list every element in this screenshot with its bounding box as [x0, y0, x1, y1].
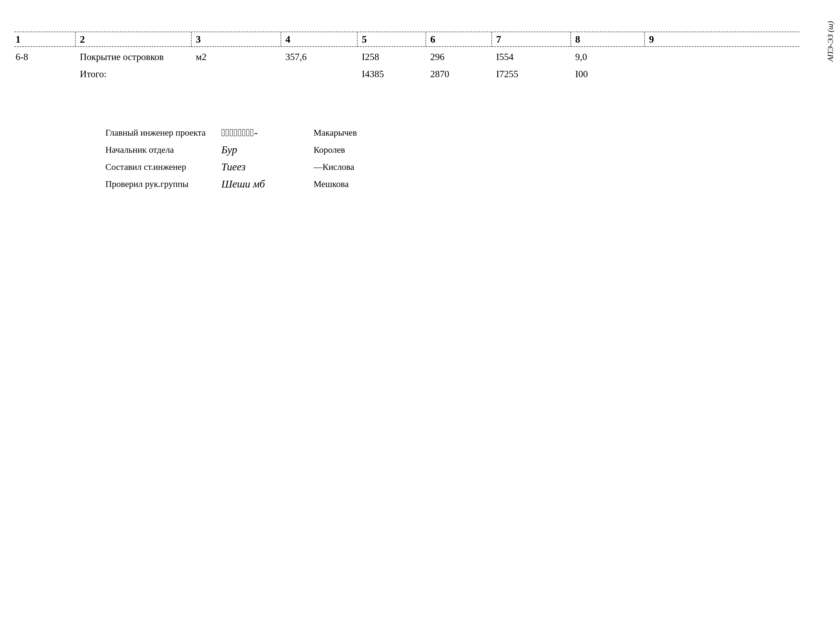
sig1-name: Макарычев [313, 128, 357, 138]
sig3-role: Составил ст.инженер [105, 162, 216, 172]
col-divider-8 [644, 32, 645, 46]
cell-itogo-label: Итого: [80, 69, 107, 79]
cell-68-col1: 6-8 [15, 51, 28, 63]
signatures-section: Главный инженер проекта 𝒮𝒾𝓎𝒻𝒼𝓎𝓁𝓀- Макары… [105, 127, 357, 195]
page: 1 2 3 4 5 6 7 8 9 6-8 Покрытие островков… [0, 0, 840, 622]
col-divider-4 [357, 32, 357, 46]
sig2-role: Начальник отдела [105, 145, 216, 155]
sig4-role: Проверил рук.группы [105, 179, 216, 189]
col2-label: 2 [80, 34, 85, 45]
col8-label: 8 [575, 34, 580, 45]
col-divider-2 [191, 32, 192, 46]
col-divider-6 [492, 32, 492, 46]
cell-68-col4: 357,6 [286, 51, 307, 63]
columns-bar: 1 2 3 4 5 6 7 8 9 [14, 32, 799, 47]
sig2-name: Королев [313, 145, 345, 155]
cell-itogo-col5: I4385 [362, 69, 384, 79]
sig-line-2: Начальник отдела Бур Королев [105, 143, 357, 156]
cell-68-col5-line1: I258 [362, 51, 379, 63]
sig4-name: Мешкова [313, 179, 349, 189]
sig1-script: 𝒮𝒾𝓎𝒻𝒼𝓎𝓁𝓀- [221, 127, 305, 139]
cell-68-col7-line1: I554 [496, 51, 513, 63]
col7-label: 7 [496, 34, 501, 45]
col1-label: 1 [15, 34, 21, 45]
sig4-script: Шеши мб [221, 178, 305, 190]
col-divider-7 [570, 32, 571, 46]
cell-68-col8-line1: 9,0 [575, 51, 587, 63]
col-divider-3 [281, 32, 281, 46]
vertical-label: АПЭ-ЭЗ (ш) [826, 21, 835, 62]
col-divider-5 [426, 32, 426, 46]
cell-68-col2: Покрытие островков [80, 51, 163, 63]
sig3-script: Тиеез [221, 161, 305, 173]
sig-line-1: Главный инженер проекта 𝒮𝒾𝓎𝒻𝒼𝓎𝓁𝓀- Макары… [105, 127, 357, 139]
cell-itogo-col6: 2870 [430, 69, 449, 79]
cell-68-col6-line1: 296 [430, 51, 444, 63]
col4-label: 4 [286, 34, 290, 45]
col-divider-1 [75, 32, 76, 46]
sig3-name: —Кислова [313, 162, 354, 172]
col5-label: 5 [362, 34, 367, 45]
sig1-role: Главный инженер проекта [105, 128, 216, 138]
col6-label: 6 [430, 34, 435, 45]
sig-line-3: Составил ст.инженер Тиеез —Кислова [105, 161, 357, 173]
col9-label: 9 [649, 34, 654, 45]
sig2-script: Бур [221, 143, 305, 156]
sig-line-4: Проверил рук.группы Шеши мб Мешкова [105, 178, 357, 190]
cell-68-col3: м2 [196, 51, 206, 63]
cell-itogo-col7: I7255 [496, 69, 518, 79]
cell-itogo-col8: I00 [575, 69, 588, 79]
col3-label: 3 [196, 34, 201, 45]
